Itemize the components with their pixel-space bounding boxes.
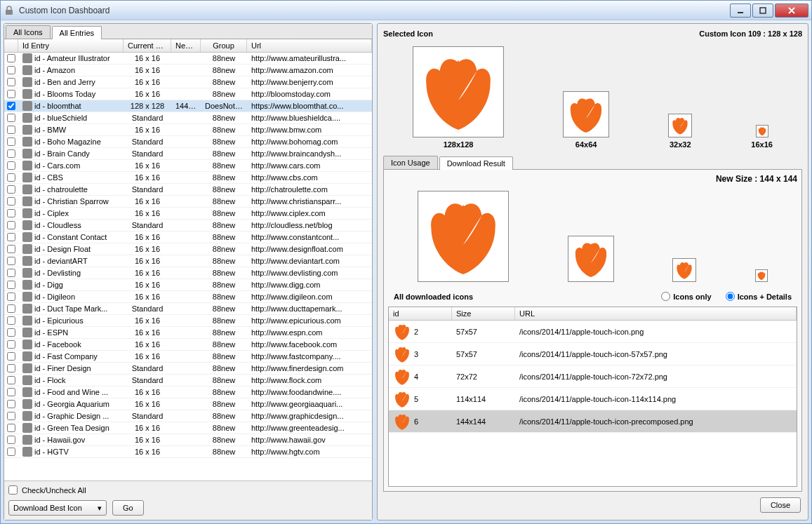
radio-icons-only[interactable]: Icons only: [661, 292, 711, 301]
radio-icons-details[interactable]: Icons + Details: [726, 292, 792, 301]
table-row[interactable]: id - ESPN16 x 1688newhttp://www.espn.com: [4, 327, 372, 339]
dl-col-id[interactable]: id: [389, 307, 452, 320]
table-row[interactable]: id - HGTV16 x 1688newhttp://www.hgtv.com: [4, 446, 372, 458]
dl-col-url[interactable]: URL: [515, 307, 797, 320]
table-row[interactable]: id - chatrouletteStandard88newhttp://cha…: [4, 184, 372, 196]
table-row[interactable]: id - Amateur Illustrator16 x 1688newhttp…: [4, 53, 372, 65]
close-button-dialog[interactable]: Close: [760, 497, 801, 513]
row-checkbox[interactable]: [7, 66, 15, 74]
row-checkbox[interactable]: [7, 436, 15, 444]
dl-col-size[interactable]: Size: [452, 307, 515, 320]
row-checkbox[interactable]: [7, 245, 15, 253]
entries-table[interactable]: Id Entry Current Size New... Group Url i…: [4, 39, 372, 481]
table-row[interactable]: id - Devlisting16 x 1688newhttp://www.de…: [4, 267, 372, 279]
row-checkbox[interactable]: [7, 197, 15, 206]
entry-new: [171, 177, 201, 178]
table-row[interactable]: id - Blooms Today16 x 1688newhttp://bloo…: [4, 88, 372, 100]
table-row[interactable]: id - BMW16 x 1688newhttp://www.bmw.com: [4, 124, 372, 136]
col-id-entry[interactable]: Id Entry: [18, 39, 124, 52]
tab-all-entries[interactable]: All Entries: [52, 26, 102, 39]
row-checkbox[interactable]: [7, 281, 15, 289]
row-checkbox[interactable]: [7, 233, 15, 241]
col-new[interactable]: New...: [171, 39, 201, 52]
table-row[interactable]: id - Graphic Design ...Standard88newhttp…: [4, 410, 372, 422]
col-current-size[interactable]: Current Size: [124, 39, 171, 52]
dl-row[interactable]: 357x57/icons/2014/11/apple-touch-icon-57…: [389, 343, 797, 365]
action-dropdown[interactable]: Download Best Icon ▾: [8, 500, 107, 516]
row-checkbox[interactable]: [7, 364, 15, 372]
row-checkbox[interactable]: [7, 388, 15, 396]
downloaded-table[interactable]: id Size URL 257x57/icons/2014/11/apple-t…: [388, 307, 797, 487]
table-row[interactable]: id - deviantART16 x 1688newhttp://www.de…: [4, 255, 372, 267]
maximize-button[interactable]: [752, 4, 773, 18]
entry-group: 88new: [201, 411, 247, 421]
table-row[interactable]: id - Food and Wine ...16 x 1688newhttp:/…: [4, 387, 372, 398]
row-checkbox[interactable]: [7, 269, 15, 277]
row-checkbox[interactable]: [7, 102, 15, 110]
col-url[interactable]: Url: [247, 39, 372, 52]
row-checkbox[interactable]: [7, 316, 15, 325]
dl-row[interactable]: 5114x114/icons/2014/11/apple-touch-icon-…: [389, 388, 797, 410]
table-row[interactable]: id - Boho MagazineStandard88newhttp://ww…: [4, 136, 372, 148]
row-checkbox[interactable]: [7, 448, 15, 456]
row-checkbox[interactable]: [7, 78, 15, 86]
minimize-button[interactable]: [730, 4, 751, 18]
preview-64: [563, 91, 609, 137]
row-checkbox[interactable]: [7, 340, 15, 349]
table-row[interactable]: id - Cars.com16 x 1688newhttp://www.cars…: [4, 160, 372, 172]
table-row[interactable]: id - Constant Contact16 x 1688newhttp://…: [4, 231, 372, 243]
row-checkbox[interactable]: [7, 173, 15, 182]
tab-icon-usage[interactable]: Icon Usage: [383, 156, 438, 169]
tab-all-icons[interactable]: All Icons: [6, 25, 51, 39]
table-row[interactable]: id - Fast Company16 x 1688newhttp://www.…: [4, 351, 372, 363]
go-button[interactable]: Go: [112, 500, 144, 516]
row-checkbox[interactable]: [7, 257, 15, 265]
row-checkbox[interactable]: [7, 304, 15, 313]
table-row[interactable]: id - Ben and Jerry16 x 1688newhttp://www…: [4, 76, 372, 88]
row-checkbox[interactable]: [7, 328, 15, 337]
col-group[interactable]: Group: [201, 39, 247, 52]
table-row[interactable]: id - Duct Tape Mark...Standard88newhttp:…: [4, 303, 372, 315]
table-row[interactable]: id - CBS16 x 1688newhttp://www.cbs.com: [4, 172, 372, 184]
row-checkbox[interactable]: [7, 54, 15, 62]
row-checkbox[interactable]: [7, 424, 15, 432]
row-checkbox[interactable]: [7, 209, 15, 217]
row-checkbox[interactable]: [7, 126, 15, 134]
table-row[interactable]: id - Digg16 x 1688newhttp://www.digg.com: [4, 279, 372, 291]
row-checkbox[interactable]: [7, 161, 15, 170]
table-row[interactable]: id - bloomthat128 x 128144 ...DoesNotW..…: [4, 100, 372, 112]
titlebar[interactable]: Custom Icon Dashboard: [1, 1, 811, 20]
table-row[interactable]: id - Amazon16 x 1688newhttp://www.amazon…: [4, 65, 372, 76]
tab-download-result[interactable]: Download Result: [439, 156, 513, 170]
row-checkbox[interactable]: [7, 137, 15, 146]
table-row[interactable]: id - Epicurious16 x 1688newhttp://www.ep…: [4, 315, 372, 327]
dl-row[interactable]: 472x72/icons/2014/11/apple-touch-icon-72…: [389, 365, 797, 388]
row-checkbox[interactable]: [7, 185, 15, 194]
row-checkbox[interactable]: [7, 376, 15, 384]
table-row[interactable]: id - Digileon16 x 1688newhttp://www.digi…: [4, 291, 372, 303]
row-checkbox[interactable]: [7, 352, 15, 361]
table-row[interactable]: id - Hawaii.gov16 x 1688newhttp://www.ha…: [4, 434, 372, 446]
row-checkbox[interactable]: [7, 221, 15, 229]
table-row[interactable]: id - CloudlessStandard88newhttp://cloudl…: [4, 220, 372, 231]
table-row[interactable]: id - Ciplex16 x 1688newhttp://www.ciplex…: [4, 208, 372, 220]
row-checkbox[interactable]: [7, 149, 15, 158]
table-row[interactable]: id - Brain CandyStandard88newhttp://www.…: [4, 148, 372, 160]
table-row[interactable]: id - Christian Sparrow16 x 1688newhttp:/…: [4, 196, 372, 208]
table-row[interactable]: id - Finer DesignStandard88newhttp://www…: [4, 363, 372, 375]
table-row[interactable]: id - FlockStandard88newhttp://www.flock.…: [4, 375, 372, 387]
row-checkbox[interactable]: [7, 400, 15, 408]
row-checkbox[interactable]: [7, 114, 15, 122]
table-row[interactable]: id - Green Tea Design16 x 1688newhttp://…: [4, 422, 372, 434]
table-row[interactable]: id - Facebook16 x 1688newhttp://www.face…: [4, 339, 372, 351]
table-row[interactable]: id - Design Float16 x 1688newhttp://www.…: [4, 243, 372, 255]
row-checkbox[interactable]: [7, 90, 15, 98]
row-checkbox[interactable]: [7, 293, 15, 301]
dl-row[interactable]: 257x57/icons/2014/11/apple-touch-icon.pn…: [389, 321, 797, 343]
row-checkbox[interactable]: [7, 412, 15, 420]
table-row[interactable]: id - blueSchieldStandard88newhttp://www.…: [4, 112, 372, 124]
table-row[interactable]: id - Georgia Aquarium16 x 1688newhttp://…: [4, 398, 372, 410]
dl-row[interactable]: 6144x144/icons/2014/11/apple-touch-icon-…: [389, 410, 797, 433]
close-button[interactable]: [775, 4, 808, 18]
check-all-checkbox[interactable]: [8, 485, 18, 495]
